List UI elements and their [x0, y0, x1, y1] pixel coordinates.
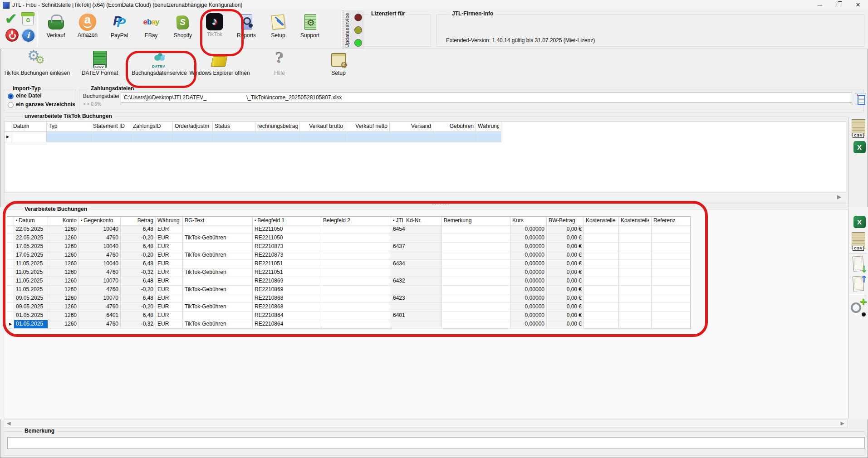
table-cell[interactable]: [321, 312, 391, 320]
table-cell[interactable]: 10070: [79, 277, 121, 285]
platform-button-paypal[interactable]: PayPal: [103, 13, 135, 48]
table-cell[interactable]: TikTok-Gebühren: [183, 234, 253, 242]
table-cell[interactable]: [183, 277, 253, 285]
table-cell[interactable]: [442, 303, 510, 311]
column-header[interactable]: •Gegenkonto: [79, 217, 121, 225]
table-cell[interactable]: RE2210868: [253, 303, 321, 311]
table-cell[interactable]: EUR: [156, 312, 183, 320]
table-cell[interactable]: 6432: [391, 277, 442, 285]
table-cell[interactable]: [584, 320, 619, 328]
table-cell[interactable]: [173, 132, 213, 142]
table-cell[interactable]: 17.05.2025: [14, 243, 48, 251]
table-cell[interactable]: [652, 286, 691, 294]
table-cell[interactable]: [391, 303, 442, 311]
table-cell[interactable]: 0,00 €: [547, 277, 584, 285]
column-header[interactable]: Verkauf brutto: [300, 122, 345, 132]
table-cell[interactable]: [619, 320, 652, 328]
platform-button-reports[interactable]: Reports: [230, 13, 262, 48]
table-cell[interactable]: 0,00000: [510, 234, 547, 242]
export-file-button[interactable]: [850, 276, 868, 294]
column-header[interactable]: Währung: [476, 122, 501, 132]
table-cell[interactable]: RE2211051: [253, 268, 321, 277]
table-cell[interactable]: [131, 132, 173, 142]
table-cell[interactable]: 09.05.2025: [14, 303, 48, 311]
table-cell[interactable]: 22.05.2025: [14, 225, 48, 234]
action-button-setup2[interactable]: Setup: [321, 51, 356, 80]
table-cell[interactable]: [442, 268, 510, 277]
table-cell[interactable]: 1260: [48, 225, 79, 234]
table-cell[interactable]: -0,20: [121, 286, 156, 294]
table-cell[interactable]: [584, 260, 619, 268]
column-header[interactable]: Belegfeld 2: [321, 217, 391, 225]
table-cell[interactable]: [476, 132, 501, 142]
excel-export-button[interactable]: [850, 215, 868, 233]
table-cell[interactable]: 1260: [48, 243, 79, 251]
table-cell[interactable]: [652, 243, 691, 251]
confirm-button[interactable]: [4, 12, 18, 27]
table-cell[interactable]: [442, 294, 510, 302]
table-cell[interactable]: [584, 277, 619, 285]
table-cell[interactable]: 01.05.2025: [14, 312, 48, 320]
action-button-buchungsdatenservice[interactable]: Buchungsdatenservice: [128, 51, 191, 80]
table-cell[interactable]: [652, 251, 691, 259]
table-cell[interactable]: [619, 277, 652, 285]
platform-button-amazon[interactable]: Amazon: [72, 13, 103, 48]
table-cell[interactable]: -0,32: [121, 268, 156, 277]
platform-button-setup[interactable]: Setup: [262, 13, 294, 48]
bemerkung-input[interactable]: [7, 437, 865, 449]
table-cell[interactable]: 1260: [48, 294, 79, 302]
table-cell[interactable]: TikTok-Gebühren: [183, 286, 253, 294]
delete-button[interactable]: [20, 11, 35, 26]
table-cell[interactable]: [584, 294, 619, 302]
table-cell[interactable]: 0,00 €: [547, 243, 584, 251]
table-cell[interactable]: [183, 225, 253, 234]
table-cell[interactable]: 0,00000: [510, 260, 547, 268]
table-cell[interactable]: [652, 320, 691, 328]
table-cell[interactable]: 6454: [391, 225, 442, 234]
table-cell[interactable]: [619, 251, 652, 259]
column-header[interactable]: Verkauf netto: [345, 122, 390, 132]
table-cell[interactable]: [584, 312, 619, 320]
table-cell[interactable]: [11, 132, 47, 142]
table-cell[interactable]: 0,00 €: [547, 312, 584, 320]
table-cell[interactable]: 09.05.2025: [14, 294, 48, 302]
table-cell[interactable]: [391, 286, 442, 294]
table-cell[interactable]: 0,00 €: [547, 320, 584, 328]
table-cell[interactable]: [321, 225, 391, 234]
platform-button-tiktok[interactable]: TikTok: [199, 13, 230, 48]
column-header[interactable]: Betrag: [121, 217, 156, 225]
table-cell[interactable]: 0,00000: [510, 320, 547, 328]
table-cell[interactable]: -0,20: [121, 303, 156, 311]
table-cell[interactable]: TikTok-Gebühren: [183, 320, 253, 328]
table-cell[interactable]: 6434: [391, 260, 442, 268]
table-cell[interactable]: 1260: [48, 286, 79, 294]
table-cell[interactable]: 1260: [48, 234, 79, 242]
scroll-right-icon[interactable]: ▶: [837, 194, 841, 200]
table-cell[interactable]: 6,48: [121, 312, 156, 320]
table-cell[interactable]: RE2210869: [253, 277, 321, 285]
column-header[interactable]: rechnungsbetrag: [255, 122, 300, 132]
table-cell[interactable]: RE2211050: [253, 234, 321, 242]
table-cell[interactable]: [584, 243, 619, 251]
column-header[interactable]: Typ: [47, 122, 91, 132]
minimize-button[interactable]: [810, 0, 829, 10]
browse-file-button[interactable]: [855, 93, 866, 105]
table-cell[interactable]: 0,00 €: [547, 294, 584, 302]
info-button[interactable]: [21, 29, 35, 43]
buchungsdatei-path-field[interactable]: C:\Users\js\Desktop\JTL2DATEV_ \_TikTok\…: [121, 92, 852, 103]
table-cell[interactable]: [584, 303, 619, 311]
column-header[interactable]: Versand: [390, 122, 433, 132]
table-cell[interactable]: 0,00000: [510, 294, 547, 302]
table-cell[interactable]: [321, 268, 391, 277]
table-cell[interactable]: EUR: [156, 251, 183, 259]
table-cell[interactable]: 4760: [79, 251, 121, 259]
table-cell[interactable]: [183, 243, 253, 251]
unprocessed-hscrollbar[interactable]: ▶: [4, 192, 846, 202]
table-cell[interactable]: RE2210873: [253, 251, 321, 259]
table-cell[interactable]: 0,00000: [510, 312, 547, 320]
column-header[interactable]: •Datum: [14, 217, 48, 225]
table-cell[interactable]: EUR: [156, 303, 183, 311]
table-cell[interactable]: [652, 234, 691, 242]
column-header[interactable]: Datum: [11, 122, 47, 132]
radio-eine-datei[interactable]: [8, 93, 14, 99]
